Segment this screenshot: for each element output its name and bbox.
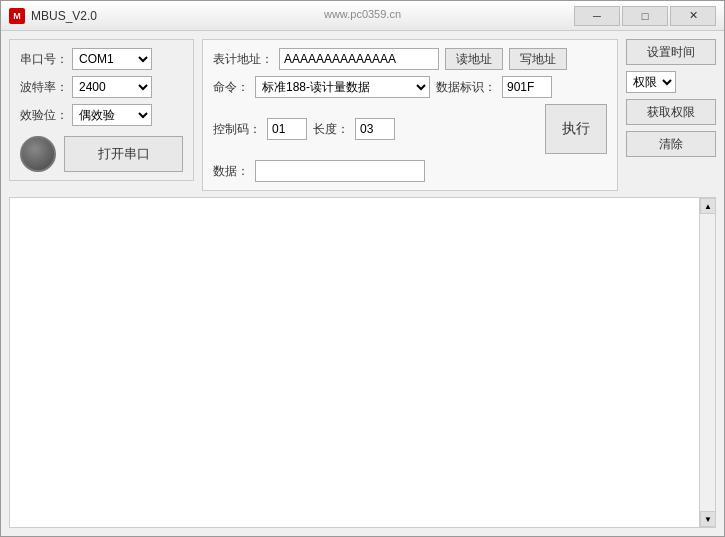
open-port-button[interactable]: 打开串口 bbox=[64, 136, 183, 172]
main-window: M MBUS_V2.0 www.pc0359.cn ─ □ ✕ 串口号： COM… bbox=[0, 0, 725, 537]
clear-button[interactable]: 清除 bbox=[626, 131, 716, 157]
ctrl-code-label: 控制码： bbox=[213, 121, 261, 138]
cmd-label: 命令： bbox=[213, 79, 249, 96]
data-id-input[interactable] bbox=[502, 76, 552, 98]
get-perm-button[interactable]: 获取权限 bbox=[626, 99, 716, 125]
data-input[interactable] bbox=[255, 160, 425, 182]
command-row: 命令： 标准188-读计量数据 数据标识： bbox=[213, 76, 607, 98]
output-area[interactable]: ▲ ▼ bbox=[9, 197, 716, 528]
perm-select[interactable]: 权限0 bbox=[626, 71, 676, 93]
verify-row: 效验位： 偶效验 bbox=[20, 104, 183, 126]
titlebar: M MBUS_V2.0 www.pc0359.cn ─ □ ✕ bbox=[1, 1, 724, 31]
addr-input[interactable] bbox=[279, 48, 439, 70]
baud-label: 波特率： bbox=[20, 79, 68, 96]
status-indicator bbox=[20, 136, 56, 172]
scroll-down-arrow[interactable]: ▼ bbox=[700, 511, 716, 527]
port-row: 串口号： COM1 bbox=[20, 48, 183, 70]
set-time-button[interactable]: 设置时间 bbox=[626, 39, 716, 65]
minimize-button[interactable]: ─ bbox=[574, 6, 620, 26]
open-port-row: 打开串口 bbox=[20, 132, 183, 172]
window-controls: ─ □ ✕ bbox=[574, 6, 716, 26]
ctrl-row: 控制码： 长度： 执行 bbox=[213, 104, 607, 154]
scrollbar[interactable]: ▲ ▼ bbox=[699, 198, 715, 527]
length-label: 长度： bbox=[313, 121, 349, 138]
port-select[interactable]: COM1 bbox=[72, 48, 152, 70]
baud-row: 波特率： 2400 bbox=[20, 76, 183, 98]
exec-button[interactable]: 执行 bbox=[545, 104, 607, 154]
data-label: 数据： bbox=[213, 163, 249, 180]
verify-select[interactable]: 偶效验 bbox=[72, 104, 152, 126]
window-title: MBUS_V2.0 bbox=[31, 9, 97, 23]
ctrl-code-input[interactable] bbox=[267, 118, 307, 140]
addr-label: 表计地址： bbox=[213, 51, 273, 68]
read-addr-button[interactable]: 读地址 bbox=[445, 48, 503, 70]
middle-panel: 表计地址： 读地址 写地址 命令： 标准188-读计量数据 数据标识： 控制 bbox=[202, 39, 618, 191]
port-label: 串口号： bbox=[20, 51, 68, 68]
write-addr-button[interactable]: 写地址 bbox=[509, 48, 567, 70]
perm-row: 权限0 bbox=[626, 71, 716, 93]
cmd-select[interactable]: 标准188-读计量数据 bbox=[255, 76, 430, 98]
scroll-up-arrow[interactable]: ▲ bbox=[700, 198, 716, 214]
address-row: 表计地址： 读地址 写地址 bbox=[213, 48, 607, 70]
left-config-panel: 串口号： COM1 波特率： 2400 效验位： 偶效验 bbox=[9, 39, 194, 181]
baud-select[interactable]: 2400 bbox=[72, 76, 152, 98]
watermark: www.pc0359.cn bbox=[324, 8, 401, 20]
app-icon: M bbox=[9, 8, 25, 24]
main-content: 串口号： COM1 波特率： 2400 效验位： 偶效验 bbox=[1, 31, 724, 536]
data-row: 数据： bbox=[213, 160, 607, 182]
maximize-button[interactable]: □ bbox=[622, 6, 668, 26]
close-button[interactable]: ✕ bbox=[670, 6, 716, 26]
titlebar-left: M MBUS_V2.0 bbox=[9, 8, 97, 24]
verify-label: 效验位： bbox=[20, 107, 68, 124]
right-panel: 设置时间 权限0 获取权限 清除 bbox=[626, 39, 716, 157]
length-input[interactable] bbox=[355, 118, 395, 140]
top-panel: 串口号： COM1 波特率： 2400 效验位： 偶效验 bbox=[9, 39, 716, 191]
data-id-label: 数据标识： bbox=[436, 79, 496, 96]
